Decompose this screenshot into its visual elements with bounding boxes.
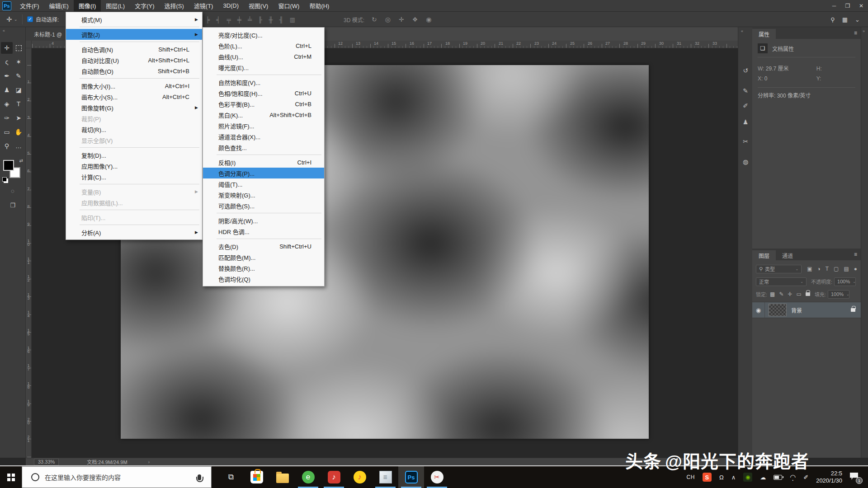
menu-item[interactable]: ▶ (66, 223, 202, 227)
panel-icon[interactable]: ✎ (738, 87, 753, 94)
tray-icon[interactable]: ◉ (743, 473, 752, 482)
tool-button[interactable]: ◪ (13, 84, 24, 96)
align-icon[interactable]: ╡ (216, 16, 220, 23)
swap-colors-icon[interactable]: ⇄ (19, 158, 23, 163)
layer-filter-icon[interactable]: ▢ (834, 266, 839, 272)
menu-item[interactable]: 亮度/对比度(C)... ▶ (203, 29, 324, 40)
panel-icon[interactable]: ✂ (738, 138, 753, 145)
taskbar-app[interactable]: ≣ (373, 466, 398, 488)
menu-item[interactable]: ▶ (66, 25, 202, 29)
menu-item[interactable]: ▶ (66, 182, 202, 186)
layer-filter-icon[interactable]: ▤ (844, 266, 849, 272)
menu-bar-item[interactable]: 文字(Y) (130, 0, 159, 12)
minimize-button[interactable]: ─ (827, 0, 841, 12)
menu-item[interactable]: 色阶(L)... Ctrl+L ▶ (203, 40, 324, 51)
screen-mode-button[interactable]: ❐ (7, 200, 19, 211)
auto-select-checkbox[interactable]: ✓ (27, 16, 33, 22)
menu-item[interactable]: 阈值(T)... ▶ (203, 178, 324, 189)
expand-panels-icon[interactable]: » (863, 29, 865, 33)
tool-button[interactable]: T (13, 98, 24, 110)
fill-field[interactable]: 100% ⌄ (828, 290, 849, 299)
menu-item[interactable]: ▶ (66, 76, 202, 80)
menu-item[interactable]: 通道混合器(X)... ▶ (203, 131, 324, 142)
microphone-icon[interactable] (198, 474, 201, 480)
taskbar-app[interactable] (269, 466, 295, 488)
status-chevron-icon[interactable]: › (148, 459, 150, 465)
lock-option-icon[interactable]: ▩ (770, 291, 775, 297)
quick-mask-button[interactable]: ◌ (7, 185, 19, 196)
align-icon[interactable]: ╤ (226, 16, 231, 23)
taskbar-search-box[interactable]: 在这里输入你要搜索的内容 (22, 466, 212, 488)
menu-item[interactable]: 色调分离(P)... ▶ (203, 168, 324, 178)
close-button[interactable]: ✕ (854, 0, 868, 12)
menu-item[interactable]: ▶ (203, 211, 324, 215)
menu-item[interactable]: 计算(C)... ▶ (66, 171, 202, 182)
menu-bar-item[interactable]: 滤镜(T) (189, 0, 218, 12)
taskbar-app[interactable]: e (295, 466, 321, 488)
align-icon[interactable]: ╪ (237, 16, 241, 23)
taskbar-app[interactable]: ♪ (347, 466, 373, 488)
menu-item[interactable]: 可选颜色(S)... ▶ (203, 200, 324, 211)
3d-mode-icon[interactable]: ↻ (372, 16, 377, 23)
tab-layers[interactable]: 图层 (752, 250, 776, 260)
menu-item[interactable]: 照片滤镜(F)... ▶ (203, 120, 324, 131)
menu-item[interactable]: 图像大小(I)... Alt+Ctrl+I ▶ (66, 80, 202, 91)
menu-item[interactable]: 分析(A) ▶ (66, 227, 202, 238)
panel-menu-icon[interactable]: ≡ (854, 30, 857, 36)
3d-mode-icon[interactable]: ✛ (399, 16, 404, 23)
tray-icon[interactable]: ◠ (790, 473, 796, 481)
taskbar-app[interactable]: ♪ (321, 466, 347, 488)
menu-item[interactable]: 图像旋转(G) ▶ (66, 102, 202, 113)
tray-icon[interactable]: ☁ (760, 474, 766, 481)
menu-bar-item[interactable]: 窗口(W) (273, 0, 304, 12)
tray-icon[interactable] (774, 475, 782, 480)
menu-item[interactable]: ▶ (66, 208, 202, 212)
chevron-down-icon[interactable]: ⌄ (14, 17, 18, 22)
default-colors-icon[interactable] (2, 177, 7, 182)
menu-item[interactable]: 画布大小(S)... Alt+Ctrl+C ▶ (66, 91, 202, 102)
panel-icon[interactable]: ✐ (738, 102, 753, 109)
taskbar-app[interactable]: ⧉ (218, 466, 244, 488)
tray-icon[interactable]: CH (687, 474, 695, 480)
layer-visibility-toggle[interactable]: ◉ (752, 302, 765, 318)
menu-item[interactable]: ▶ (203, 73, 324, 77)
menu-item[interactable]: 替换颜色(R)... ▶ (203, 263, 324, 273)
lock-all-icon[interactable] (806, 292, 810, 296)
menu-bar-item[interactable]: 图层(L) (101, 0, 130, 12)
menu-item[interactable]: 自动对比度(U) Alt+Shift+Ctrl+L ▶ (66, 55, 202, 66)
tool-button[interactable]: ✒ (1, 70, 13, 82)
menu-item[interactable]: 曝光度(E)... ▶ (203, 62, 324, 73)
align-icon[interactable]: ╞ (206, 16, 210, 23)
menu-item[interactable]: 自然饱和度(V)... ▶ (203, 77, 324, 88)
collapse-panels-icon[interactable]: « (741, 29, 743, 33)
menu-bar-item[interactable]: 图像(I) (74, 0, 101, 12)
tray-icon[interactable]: ∧ (731, 474, 736, 481)
tool-button[interactable] (13, 42, 24, 54)
menu-item[interactable]: 色调均化(Q) ▶ (203, 273, 324, 284)
menu-item[interactable]: 裁切(R)... ▶ (66, 124, 202, 135)
menu-item[interactable]: ▶ (66, 40, 202, 44)
menu-bar-item[interactable]: 选择(S) (159, 0, 189, 12)
menu-item[interactable]: 去色(D) Shift+Ctrl+U ▶ (203, 241, 324, 252)
menu-item[interactable]: HDR 色调... ▶ (203, 226, 324, 237)
tool-button[interactable]: ς (1, 56, 13, 68)
clock[interactable]: 22:5 2020/1/30 (816, 470, 842, 484)
taskbar-app[interactable] (244, 466, 269, 488)
tool-button[interactable]: ✶ (13, 56, 24, 68)
layer-row-background[interactable]: ◉ 背景 (752, 302, 861, 318)
menu-bar-item[interactable]: 帮助(H) (304, 0, 334, 12)
menu-item[interactable]: 自动色调(N) Shift+Ctrl+L ▶ (66, 44, 202, 55)
3d-mode-icon[interactable]: ◎ (385, 16, 391, 23)
panel-menu-icon[interactable]: ≡ (854, 251, 857, 258)
collapse-panel-icon[interactable]: « (0, 27, 25, 34)
tab-channels[interactable]: 通道 (776, 250, 799, 260)
3d-mode-icon[interactable]: ❖ (412, 16, 418, 23)
align-icon[interactable]: ╢ (279, 16, 283, 23)
menu-item[interactable]: 反相(I) Ctrl+I ▶ (203, 157, 324, 168)
tool-button[interactable]: ➤ (13, 112, 24, 124)
menu-item[interactable]: 模式(M) ▶ (66, 14, 202, 25)
tray-icon[interactable]: Ω (719, 474, 724, 481)
menu-bar-item[interactable]: 视图(V) (244, 0, 273, 12)
menu-item[interactable]: ▶ (203, 153, 324, 157)
foreground-color-swatch[interactable] (3, 160, 14, 171)
